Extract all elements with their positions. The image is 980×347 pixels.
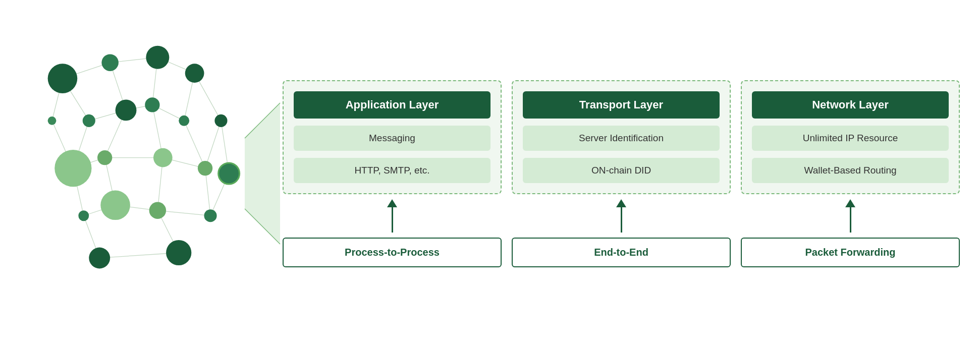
application-item-1: HTTP, SMTP, etc. [294,158,491,183]
arrow-up-0 [387,199,397,233]
arrowhead-0 [387,199,397,207]
svg-point-52 [166,240,191,265]
svg-point-51 [89,248,110,269]
application-item-0: Messaging [294,126,491,151]
svg-point-35 [101,54,118,71]
svg-point-44 [97,150,112,165]
network-layer-title: Network Layer [752,91,949,119]
svg-point-50 [204,209,216,222]
transport-item-0: Server Identification [523,126,720,151]
svg-point-42 [214,114,227,127]
arrowline-2 [850,207,851,233]
svg-point-49 [149,202,166,219]
arrowline-0 [392,207,393,233]
arrow-up-2 [845,199,855,233]
layers-section: Application Layer Messaging HTTP, SMTP, … [283,15,960,332]
svg-point-40 [179,115,189,126]
zoom-connector [242,15,283,332]
arrow-up-1 [616,199,626,233]
network-item-0: Unlimited IP Resource [752,126,949,151]
arrow-col-2 [741,199,960,233]
svg-marker-54 [245,103,280,244]
svg-point-33 [48,64,78,93]
application-layer-title: Application Layer [294,91,491,119]
svg-line-13 [184,121,205,168]
layers-top: Application Layer Messaging HTTP, SMTP, … [283,80,960,194]
svg-point-48 [100,190,130,220]
svg-point-34 [146,46,169,69]
svg-point-37 [83,114,95,127]
network-graph [20,15,242,332]
svg-point-47 [78,210,89,221]
svg-point-53 [219,163,240,184]
main-container: Application Layer Messaging HTTP, SMTP, … [0,0,980,347]
arrow-col-0 [283,199,502,233]
bottom-label-1: End-to-End [512,238,731,267]
transport-layer-card: Transport Layer Server Identification ON… [512,80,731,194]
transport-layer-title: Transport Layer [523,91,720,119]
arrows-row [283,199,960,233]
transport-item-1: ON-chain DID [523,158,720,183]
svg-point-43 [55,150,91,187]
arrowhead-1 [616,199,626,207]
bottom-label-0: Process-to-Process [283,238,502,267]
bottom-label-2: Packet Forwarding [741,238,960,267]
svg-point-39 [145,97,159,112]
arrow-col-1 [512,199,731,233]
svg-point-36 [185,64,204,83]
svg-point-46 [198,161,212,176]
svg-point-45 [153,148,173,167]
svg-point-38 [116,99,137,121]
network-layer-card: Network Layer Unlimited IP Resource Wall… [741,80,960,194]
arrowline-1 [621,207,622,233]
arrowhead-2 [845,199,855,207]
svg-point-41 [48,117,57,125]
network-item-1: Wallet-Based Routing [752,158,949,183]
bottom-labels-row: Process-to-Process End-to-End Packet For… [283,238,960,267]
svg-line-30 [205,121,221,168]
application-layer-card: Application Layer Messaging HTTP, SMTP, … [283,80,502,194]
